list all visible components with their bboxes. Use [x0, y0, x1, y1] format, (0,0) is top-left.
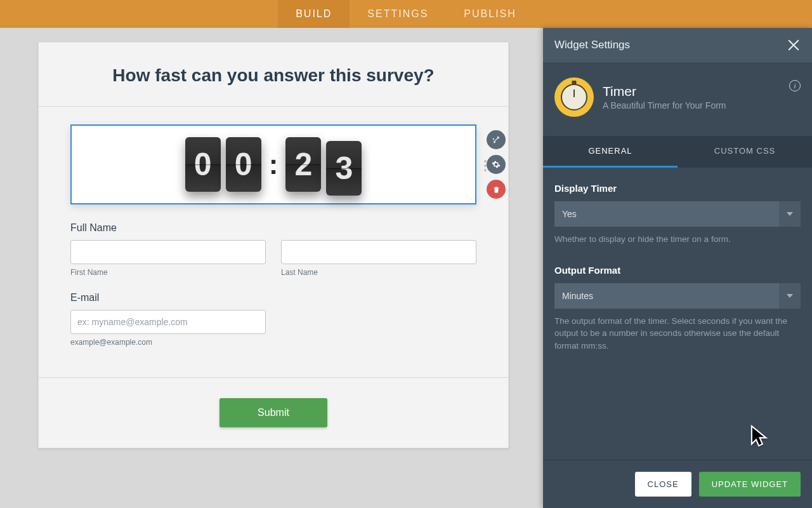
widget-settings-panel: Widget Settings Timer A Beautiful Timer …: [543, 28, 812, 508]
output-format-value: Minutes: [562, 291, 593, 301]
display-timer-help: Whether to display or hide the timer on …: [554, 233, 801, 246]
timer-widget[interactable]: 0 0 : 2 3: [70, 124, 476, 204]
panel-header: Widget Settings: [543, 28, 812, 62]
first-name-sublabel: First Name: [70, 268, 266, 277]
info-icon[interactable]: i: [789, 80, 801, 91]
timer-digit-1: 0: [185, 137, 221, 192]
email-label: E-mail: [70, 292, 476, 304]
output-format-select[interactable]: Minutes: [554, 283, 801, 309]
timer-widget-wrap[interactable]: 0 0 : 2 3: [70, 124, 476, 204]
chevron-down-icon: [779, 201, 801, 227]
chevron-down-icon: [779, 283, 801, 309]
top-nav: BUILD SETTINGS PUBLISH: [0, 0, 812, 28]
email-field: E-mail example@example.com: [70, 292, 476, 347]
submit-section: Submit: [39, 377, 508, 448]
display-timer-label: Display Timer: [554, 183, 801, 194]
panel-footer: CLOSE UPDATE WIDGET: [543, 460, 812, 508]
widget-description: A Beautiful Timer for Your Form: [603, 100, 726, 110]
fullname-field: Full Name First Name Last Name: [70, 222, 476, 277]
trash-icon[interactable]: [487, 180, 506, 199]
nav-tab-settings[interactable]: SETTINGS: [350, 0, 446, 28]
close-button[interactable]: CLOSE: [635, 472, 691, 497]
panel-tabs: GENERAL CUSTOM CSS: [543, 136, 812, 168]
timer-digit-2: 0: [226, 137, 261, 192]
form-body: 0 0 : 2 3 Full Name: [39, 107, 508, 377]
widget-mini-toolbar: [487, 130, 506, 199]
form-title: How fast can you answer this survey?: [39, 43, 508, 106]
nav-tab-build[interactable]: BUILD: [278, 0, 350, 28]
display-timer-value: Yes: [562, 209, 577, 219]
panel-body: Display Timer Yes Whether to display or …: [543, 168, 812, 460]
email-help: example@example.com: [70, 338, 266, 347]
timer-digit-4: 3: [326, 141, 362, 196]
widget-name: Timer: [603, 84, 726, 99]
last-name-input[interactable]: [281, 240, 476, 264]
submit-button[interactable]: Submit: [219, 398, 327, 427]
panel-tab-customcss[interactable]: CUSTOM CSS: [678, 136, 812, 168]
form-canvas: How fast can you answer this survey? 0 0…: [38, 42, 509, 448]
magic-wand-icon[interactable]: [487, 130, 506, 149]
fullname-label: Full Name: [70, 222, 476, 234]
widget-info: Timer A Beautiful Timer for Your Form i: [543, 62, 812, 136]
output-format-label: Output Format: [554, 265, 801, 276]
output-format-help: The output format of the timer. Select s…: [554, 315, 801, 352]
gear-icon[interactable]: [487, 155, 506, 174]
display-timer-setting: Display Timer Yes Whether to display or …: [554, 183, 801, 246]
timer-digit-3: 2: [285, 137, 321, 192]
panel-tab-general[interactable]: GENERAL: [543, 136, 678, 168]
output-format-setting: Output Format Minutes The output format …: [554, 265, 801, 352]
last-name-sublabel: Last Name: [281, 268, 476, 277]
email-input[interactable]: [70, 310, 266, 334]
stopwatch-icon: [554, 77, 594, 117]
first-name-input[interactable]: [70, 240, 266, 264]
panel-title: Widget Settings: [554, 39, 630, 51]
display-timer-select[interactable]: Yes: [554, 201, 801, 227]
timer-colon: :: [266, 149, 281, 180]
nav-tab-publish[interactable]: PUBLISH: [446, 0, 534, 28]
close-icon[interactable]: [787, 38, 801, 52]
update-widget-button[interactable]: UPDATE WIDGET: [699, 472, 801, 497]
